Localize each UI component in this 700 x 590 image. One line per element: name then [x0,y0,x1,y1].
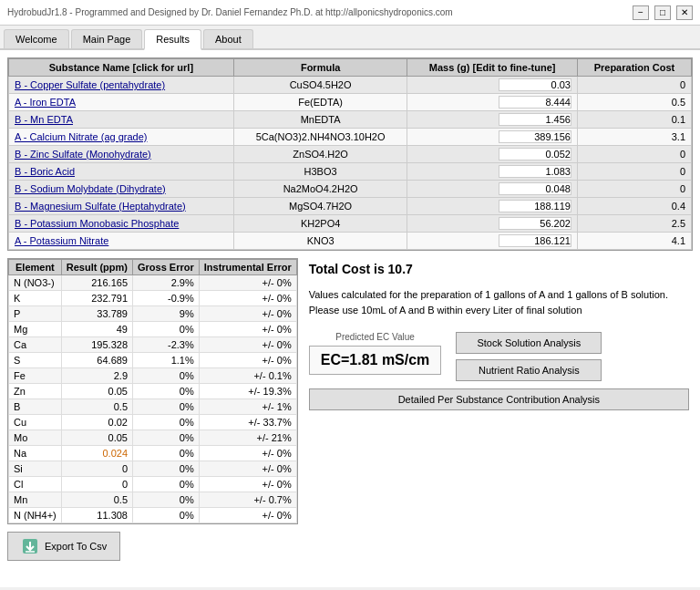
predicted-ec-left: Predicted EC Value EC=1.81 mS/cm [309,332,442,375]
substance-mass[interactable] [407,163,578,181]
gross-error: 0% [133,492,200,508]
element-result: 0.05 [61,384,132,399]
substance-name[interactable]: A - Calcium Nitrate (ag grade) [9,129,234,146]
element-result: 0 [61,477,132,492]
substance-mass[interactable] [407,146,578,163]
instrumental-error: +/- 21% [199,430,296,446]
element-name: Mn [9,492,62,508]
instrumental-error: +/- 33.7% [199,415,296,430]
substance-name[interactable]: B - Magnesium Sulfate (Heptahydrate) [9,198,234,215]
export-section: Export To Csv [7,532,693,561]
gross-error: 0% [133,461,200,477]
gross-error: -0.9% [133,291,200,306]
gross-error: 9% [133,306,200,322]
substance-name[interactable]: B - Sodium Molybdate (Dihydrate) [9,181,234,198]
substance-mass[interactable] [407,111,578,129]
element-name: Cu [9,415,62,430]
list-item: Cu 0.02 0% +/- 33.7% [9,415,297,430]
list-item: P 33.789 9% +/- 0% [9,306,297,322]
substance-name[interactable]: A - Potassium Nitrate [9,233,234,250]
close-button[interactable]: ✕ [676,5,693,20]
substance-cost: 0 [577,77,691,94]
element-result: 64.689 [61,353,132,368]
gross-error: 0% [133,477,200,492]
gross-error: 0% [133,399,200,415]
element-name: Cl [9,477,62,492]
table-row: B - Sodium Molybdate (Dihydrate) Na2MoO4… [9,181,692,198]
substance-name[interactable]: B - Mn EDTA [9,111,234,129]
element-result: 0 [61,461,132,477]
substance-cost: 2.5 [577,215,691,233]
gross-error: 0% [133,415,200,430]
instrumental-error: +/- 0% [199,322,296,337]
element-table: Element Result (ppm) Gross Error Instrum… [8,259,297,523]
table-row: B - Potassium Monobasic Phosphate KH2PO4… [9,215,692,233]
tab-main-page[interactable]: Main Page [71,29,143,48]
element-name: N (NO3-) [9,275,62,291]
tab-about[interactable]: About [203,29,253,48]
instrumental-error: +/- 0% [199,353,296,368]
detailed-analysis-button[interactable]: Detailed Per Substance Contribution Anal… [309,388,689,410]
element-result: 49 [61,322,132,337]
maximize-button[interactable]: □ [654,5,671,20]
tab-results[interactable]: Results [144,29,201,50]
substance-cost: 0.4 [577,198,691,215]
instrumental-error: +/- 1% [199,399,296,415]
list-item: S 64.689 1.1% +/- 0% [9,353,297,368]
substance-mass[interactable] [407,215,578,233]
element-result: 0.02 [61,415,132,430]
element-result: 11.308 [61,508,132,523]
substance-mass[interactable] [407,129,578,146]
instrumental-error: +/- 0% [199,337,296,353]
substance-name[interactable]: B - Zinc Sulfate (Monohydrate) [9,146,234,163]
gross-error: 0% [133,508,200,523]
substance-formula: MnEDTA [233,111,407,129]
instrumental-error: +/- 0.1% [199,368,296,384]
substance-mass[interactable] [407,198,578,215]
substance-mass[interactable] [407,233,578,250]
element-result: 195.328 [61,337,132,353]
minimize-button[interactable]: − [633,5,649,20]
substance-formula: Fe(EDTA) [233,94,407,111]
gross-error: 0% [133,430,200,446]
element-name: Mo [9,430,62,446]
table-row: A - Potassium Nitrate KNO3 4.1 [9,233,692,250]
table-row: A - Iron EDTA Fe(EDTA) 0.5 [9,94,692,111]
substance-cost: 0 [577,163,691,181]
element-result: 232.791 [61,291,132,306]
instrumental-error: +/- 0% [199,477,296,492]
tab-welcome[interactable]: Welcome [4,29,69,48]
substance-name[interactable]: A - Iron EDTA [9,94,234,111]
element-name: Zn [9,384,62,399]
predicted-ec-container: Predicted EC Value EC=1.81 mS/cm Stock S… [309,332,689,381]
gross-error: 0% [133,368,200,384]
export-csv-button[interactable]: Export To Csv [7,532,120,561]
ec-value: EC=1.81 mS/cm [309,346,442,375]
list-item: Zn 0.05 0% +/- 19.3% [9,384,297,399]
element-name: Fe [9,368,62,384]
substance-mass[interactable] [407,77,578,94]
substance-name[interactable]: B - Copper Sulfate (pentahydrate) [9,77,234,94]
element-name: Mg [9,322,62,337]
stock-solution-button[interactable]: Stock Solution Analysis [456,332,602,354]
list-item: Fe 2.9 0% +/- 0.1% [9,368,297,384]
list-item: N (NO3-) 216.165 2.9% +/- 0% [9,275,297,291]
col-header-mass: Mass (g) [Edit to fine-tune] [407,59,578,77]
list-item: Cl 0 0% +/- 0% [9,477,297,492]
substance-name[interactable]: B - Boric Acid [9,163,234,181]
predicted-ec-label: Predicted EC Value [335,332,415,342]
list-item: Mn 0.5 0% +/- 0.7% [9,492,297,508]
window-title: HydrobudJr1.8 - Programmed and Designed … [7,7,633,17]
substance-name[interactable]: B - Potassium Monobasic Phosphate [9,215,234,233]
substance-cost: 0.5 [577,94,691,111]
nutrient-ratio-button[interactable]: Nutrient Ratio Analysis [456,359,602,381]
element-name: Na [9,446,62,461]
col-header-cost: Preparation Cost [577,59,691,77]
gross-error: 0% [133,384,200,399]
substance-formula: 5Ca(NO3)2.NH4NO3.10H2O [233,129,407,146]
element-name: N (NH4+) [9,508,62,523]
substance-mass[interactable] [407,94,578,111]
substance-mass[interactable] [407,181,578,198]
element-result: 0.05 [61,430,132,446]
substance-formula: CuSO4.5H2O [233,77,407,94]
